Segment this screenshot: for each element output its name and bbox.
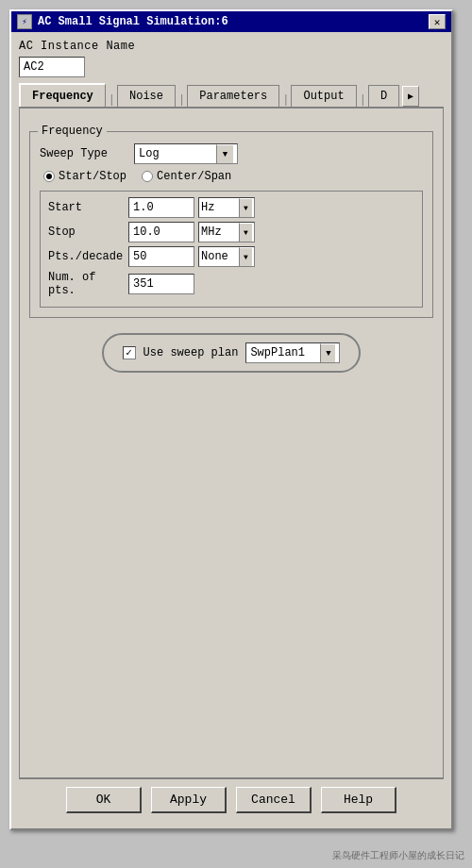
sweep-plan-value: SwpPlan1 [250, 346, 305, 359]
sweep-type-row: Sweep Type Log ▼ [40, 143, 423, 164]
radio-start-stop-label: Start/Stop [59, 170, 126, 183]
radio-center-span-button[interactable] [142, 171, 153, 182]
pts-decade-unit-arrow-icon: ▼ [239, 247, 252, 266]
stop-unit-value: MHz [201, 225, 222, 239]
tabs-container: Frequency | Noise | Parameters | Output … [19, 83, 444, 108]
tab-output[interactable]: Output [291, 85, 356, 107]
sweep-type-arrow-icon: ▼ [216, 144, 233, 163]
window-icon: ⚡ [17, 14, 32, 29]
stop-row: Stop MHz ▼ [48, 222, 414, 242]
pts-decade-row: Pts./decade None ▼ [48, 246, 414, 267]
radio-start-stop-button[interactable] [43, 171, 55, 182]
checkmark-icon: ✓ [126, 348, 132, 359]
radio-row: Start/Stop Center/Span [40, 170, 423, 183]
cancel-button[interactable]: Cancel [236, 787, 312, 813]
title-bar: ⚡ AC Small Signal Simulation:6 ✕ [11, 11, 451, 32]
start-unit-select[interactable]: Hz ▼ [198, 197, 255, 218]
frequency-group: Frequency Sweep Type Log ▼ Start/ [29, 131, 433, 318]
sweep-plan-select[interactable]: SwpPlan1 ▼ [245, 342, 340, 363]
radio-center-span[interactable]: Center/Span [142, 170, 231, 183]
sweep-plan-oval: ✓ Use sweep plan SwpPlan1 ▼ [102, 333, 362, 373]
stop-label: Stop [48, 225, 128, 239]
ok-button[interactable]: OK [66, 787, 142, 813]
num-pts-row: Num. of pts. [48, 271, 414, 297]
tab-frequency[interactable]: Frequency [19, 83, 106, 107]
stop-unit-select[interactable]: MHz ▼ [198, 222, 255, 242]
pts-decade-label: Pts./decade [48, 250, 128, 263]
sweep-type-select[interactable]: Log ▼ [134, 143, 238, 164]
sweep-plan-arrow-icon: ▼ [320, 343, 335, 362]
instance-name-label: AC Instance Name [19, 40, 444, 53]
close-button[interactable]: ✕ [429, 14, 446, 29]
start-row: Start Hz ▼ [48, 197, 414, 218]
tab-d[interactable]: D [368, 85, 399, 107]
sweep-plan-area: ✓ Use sweep plan SwpPlan1 ▼ [29, 333, 433, 373]
tab-noise[interactable]: Noise [117, 85, 176, 107]
pts-decade-input[interactable] [128, 246, 194, 267]
use-sweep-plan-checkbox[interactable]: ✓ [123, 346, 136, 359]
start-input[interactable] [128, 197, 194, 218]
frequency-group-label: Frequency [38, 125, 107, 138]
tab-content-area: Frequency Sweep Type Log ▼ Start/ [19, 108, 444, 778]
stop-input[interactable] [128, 222, 194, 242]
apply-button[interactable]: Apply [151, 787, 227, 813]
button-bar: OK Apply Cancel Help [19, 778, 444, 821]
radio-start-stop[interactable]: Start/Stop [43, 170, 126, 183]
pts-decade-unit-select[interactable]: None ▼ [198, 246, 255, 267]
start-unit-arrow-icon: ▼ [239, 198, 252, 217]
sweep-plan-label: Use sweep plan [143, 346, 239, 359]
tab-parameters[interactable]: Parameters [187, 85, 279, 107]
watermark: 采鸟硬件工程师小屋的成长日记 [332, 849, 464, 862]
tab-next-button[interactable]: ▶ [402, 86, 419, 107]
frequency-fields-group: Start Hz ▼ Stop MHz ▼ [40, 191, 423, 308]
sweep-type-label: Sweep Type [40, 147, 134, 160]
spacer [29, 373, 433, 768]
instance-name-input[interactable] [19, 57, 85, 77]
num-pts-input[interactable] [128, 274, 194, 294]
pts-decade-unit-value: None [201, 250, 228, 263]
stop-unit-arrow-icon: ▼ [239, 223, 252, 242]
window-title: AC Small Signal Simulation:6 [38, 15, 228, 28]
start-unit-value: Hz [201, 201, 214, 214]
num-pts-label: Num. of pts. [48, 271, 128, 297]
start-label: Start [48, 201, 128, 214]
help-button[interactable]: Help [321, 787, 396, 813]
radio-center-span-label: Center/Span [157, 170, 231, 183]
